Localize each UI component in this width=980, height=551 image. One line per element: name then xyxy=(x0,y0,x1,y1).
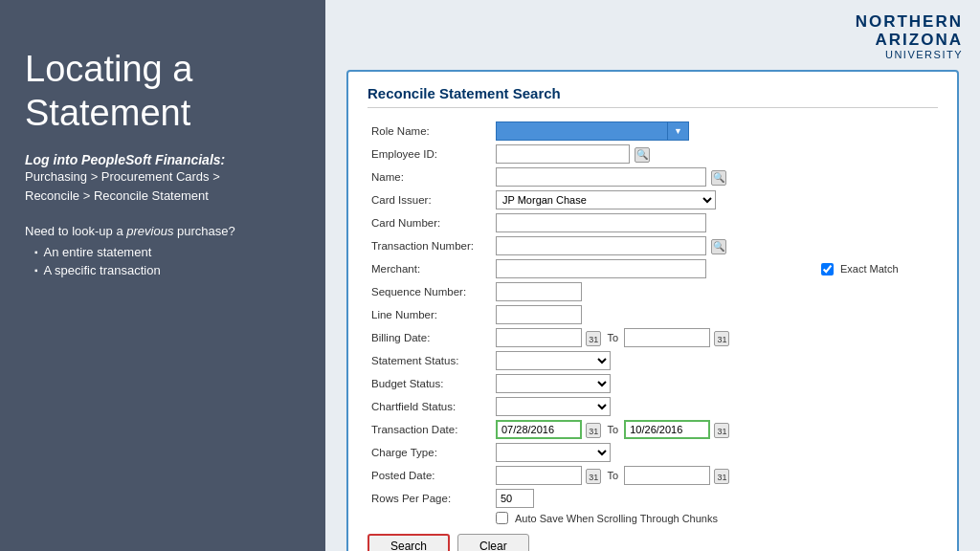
chartfield-status-row: Chartfield Status: xyxy=(368,395,938,418)
charge-type-row: Charge Type: xyxy=(368,441,938,464)
question-section: Need to look-up a previous purchase? An … xyxy=(25,222,301,281)
transaction-date-label: Transaction Date: xyxy=(368,418,492,441)
form-fields-table: Role Name: ▼ Employee ID: 🔍 Name: xyxy=(368,120,938,526)
name-input[interactable] xyxy=(496,167,706,187)
billing-date-label: Billing Date: xyxy=(368,326,492,349)
posted-date-label: Posted Date: xyxy=(368,464,492,487)
form-title: Reconcile Statement Search xyxy=(368,85,938,108)
name-search-icon[interactable]: 🔍 xyxy=(711,170,726,186)
card-issuer-label: Card Issuer: xyxy=(368,188,492,211)
name-label: Name: xyxy=(368,165,492,188)
billing-date-from-input[interactable] xyxy=(496,328,582,347)
billing-date-from-cal-icon[interactable]: 31 xyxy=(586,331,601,346)
transaction-number-input[interactable] xyxy=(496,236,706,255)
transaction-number-row: Transaction Number: 🔍 xyxy=(368,234,938,257)
nau-logo: NORTHERN ARIZONA UNIVERSITY xyxy=(856,13,963,60)
right-panel: NORTHERN ARIZONA UNIVERSITY Reconcile St… xyxy=(325,0,980,551)
rows-per-page-row: Rows Per Page: xyxy=(368,487,938,510)
nau-line2: ARIZONA xyxy=(856,32,963,50)
auto-save-checkbox[interactable] xyxy=(496,512,508,524)
nav-path: Purchasing > Procurement Cards > Reconci… xyxy=(25,167,301,205)
rows-per-page-label: Rows Per Page: xyxy=(368,487,492,510)
posted-date-from-cal-icon[interactable]: 31 xyxy=(586,469,601,484)
chartfield-status-select[interactable] xyxy=(496,397,611,416)
charge-type-label: Charge Type: xyxy=(368,441,492,464)
rows-per-page-input[interactable] xyxy=(496,489,534,508)
sequence-number-row: Sequence Number: xyxy=(368,280,938,303)
bullet-list: An entire statement A specific transacti… xyxy=(25,245,301,277)
exact-match-label: Exact Match xyxy=(840,263,899,275)
employee-id-input[interactable] xyxy=(496,144,630,164)
card-number-row: Card Number: xyxy=(368,211,938,234)
auto-save-row: Auto Save When Scrolling Through Chunks xyxy=(368,510,938,526)
merchant-row: Merchant: Exact Match xyxy=(368,257,938,280)
posted-date-to-input[interactable] xyxy=(624,466,710,485)
line-number-label: Line Number: xyxy=(368,303,492,326)
chartfield-status-label: Chartfield Status: xyxy=(368,395,492,418)
billing-date-to-cal-icon[interactable]: 31 xyxy=(714,331,729,346)
merchant-input[interactable] xyxy=(496,259,706,278)
question-text: Need to look-up a previous purchase? xyxy=(25,222,301,241)
billing-date-to-label: To xyxy=(607,332,618,343)
card-number-label: Card Number: xyxy=(368,211,492,234)
merchant-label: Merchant: xyxy=(368,257,492,280)
exact-match-container: Exact Match xyxy=(821,263,934,276)
role-name-row: Role Name: ▼ xyxy=(368,120,938,143)
line-number-input[interactable] xyxy=(496,305,582,324)
budget-status-label: Budget Status: xyxy=(368,372,492,395)
transaction-number-search-icon[interactable]: 🔍 xyxy=(711,239,726,254)
card-issuer-row: Card Issuer: JP Morgan Chase xyxy=(368,188,938,211)
form-button-row: Search Clear xyxy=(368,534,938,551)
posted-date-row: Posted Date: 31 To 31 xyxy=(368,464,938,487)
main-title: Locating a Statement xyxy=(25,48,301,135)
billing-date-row: Billing Date: 31 To 31 xyxy=(368,326,938,349)
transaction-date-to-input[interactable] xyxy=(624,420,710,439)
statement-status-row: Statement Status: xyxy=(368,349,938,372)
transaction-date-to-cal-icon[interactable]: 31 xyxy=(714,423,729,438)
employee-id-row: Employee ID: 🔍 xyxy=(368,143,938,165)
left-panel: Locating a Statement Log into PeopleSoft… xyxy=(0,0,325,551)
nau-line1: NORTHERN xyxy=(856,13,963,32)
sequence-number-input[interactable] xyxy=(496,282,582,301)
login-section: Log into PeopleSoft Financials: Purchasi… xyxy=(25,152,301,205)
statement-status-label: Statement Status: xyxy=(368,349,492,372)
role-name-input-cell: ▼ xyxy=(492,120,817,143)
posted-date-from-input[interactable] xyxy=(496,466,582,485)
bullet-item-1: An entire statement xyxy=(34,245,301,259)
clear-button[interactable]: Clear xyxy=(457,534,529,551)
auto-save-label: Auto Save When Scrolling Through Chunks xyxy=(515,513,718,524)
charge-type-select[interactable] xyxy=(496,443,611,462)
role-name-input[interactable] xyxy=(496,121,668,141)
posted-date-to-label: To xyxy=(607,470,618,481)
transaction-number-label: Transaction Number: xyxy=(368,234,492,257)
statement-status-select[interactable] xyxy=(496,351,611,370)
login-label: Log into PeopleSoft Financials: xyxy=(25,152,301,167)
card-number-input[interactable] xyxy=(496,213,706,232)
posted-date-to-cal-icon[interactable]: 31 xyxy=(714,469,729,484)
transaction-date-row: Transaction Date: 31 To 31 xyxy=(368,418,938,441)
reconcile-form: Reconcile Statement Search Role Name: ▼ … xyxy=(346,70,959,551)
name-row: Name: 🔍 xyxy=(368,165,938,188)
nau-line3: UNIVERSITY xyxy=(856,49,963,60)
search-button[interactable]: Search xyxy=(368,534,450,551)
role-name-control: ▼ xyxy=(496,121,813,141)
exact-match-checkbox[interactable] xyxy=(821,263,834,276)
transaction-date-from-cal-icon[interactable]: 31 xyxy=(586,423,601,438)
role-name-dropdown-btn[interactable]: ▼ xyxy=(668,121,689,141)
auto-save-container: Auto Save When Scrolling Through Chunks xyxy=(496,512,934,524)
employee-id-search-icon[interactable]: 🔍 xyxy=(635,147,650,163)
card-issuer-select[interactable]: JP Morgan Chase xyxy=(496,190,716,209)
role-name-label: Role Name: xyxy=(368,120,492,143)
billing-date-to-input[interactable] xyxy=(624,328,710,347)
budget-status-row: Budget Status: xyxy=(368,372,938,395)
line-number-row: Line Number: xyxy=(368,303,938,326)
employee-id-label: Employee ID: xyxy=(368,143,492,165)
sequence-number-label: Sequence Number: xyxy=(368,280,492,303)
transaction-date-from-input[interactable] xyxy=(496,420,582,439)
budget-status-select[interactable] xyxy=(496,374,611,393)
transaction-date-to-label: To xyxy=(607,424,618,435)
bullet-item-2: A specific transaction xyxy=(34,263,301,277)
